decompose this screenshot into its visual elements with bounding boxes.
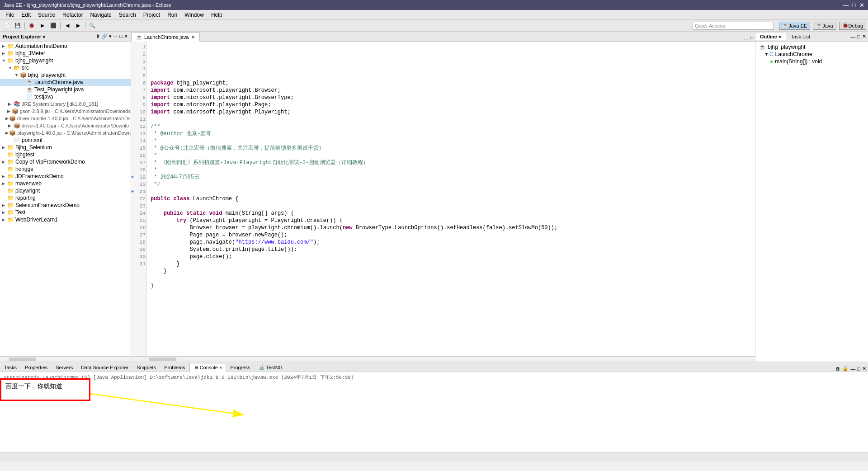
stop-button[interactable]: ⬛ <box>48 21 58 30</box>
console-scroll-lock-icon[interactable]: 🔒 <box>842 366 849 372</box>
outline-minimize-icon[interactable]: — <box>850 34 855 39</box>
tab-properties[interactable]: Properties <box>21 363 52 372</box>
link-editor-icon[interactable]: 🔗 <box>101 33 108 39</box>
quick-access-box[interactable]: Quick Access <box>693 22 774 30</box>
tab-servers[interactable]: Servers <box>52 363 77 372</box>
outline-class[interactable]: ▼ C LaunchChrome <box>757 51 866 58</box>
tree-node-icon: 📄 <box>26 94 33 100</box>
editor-minimize-icon[interactable]: — <box>743 36 748 41</box>
tree-item[interactable]: 📁hongge <box>0 165 131 173</box>
editor-area[interactable]: 123456789101112131415161718◆1920◆2122232… <box>131 42 755 356</box>
tree-item[interactable]: ☕Test_Playwright.java <box>0 86 131 93</box>
editor-horizontal-scrollbar[interactable] <box>131 356 755 362</box>
menu-source[interactable]: Source <box>34 11 59 19</box>
editor-tab-launchchrome[interactable]: ☕ LaunchChrome.java ✕ <box>131 33 200 42</box>
tree-item[interactable]: ▶📁Bjhg_Selenium <box>0 144 131 151</box>
tree-item[interactable]: ▶📁Test <box>0 209 131 216</box>
menu-refactor[interactable]: Refactor <box>59 11 86 19</box>
menu-project[interactable]: Project <box>140 11 164 19</box>
tab-snippets[interactable]: Snippets <box>132 363 160 372</box>
tree-item[interactable]: ▶📁mavenweb <box>0 180 131 187</box>
panel-menu-icon[interactable]: ▾ <box>109 33 112 39</box>
tab-problems[interactable]: Problems <box>160 363 189 372</box>
forward-button[interactable]: ▶ <box>73 21 83 30</box>
outline-project[interactable]: ☕ bjhg_playwright <box>757 43 866 51</box>
tree-item[interactable]: ▼📂src <box>0 64 131 71</box>
tree-item[interactable]: 📁playwright <box>0 187 131 194</box>
minimize-panel-icon[interactable]: — <box>113 33 118 39</box>
menu-search[interactable]: Search <box>115 11 140 19</box>
bottom-section: Tasks Properties Servers Data Source Exp… <box>0 362 868 452</box>
console-maximize-icon[interactable]: □ <box>857 366 860 372</box>
tree-item[interactable]: ▶📁Copy of VipFrameworkDemo <box>0 158 131 165</box>
outline-close-icon[interactable]: ✕ <box>862 33 866 39</box>
menu-window[interactable]: Window <box>181 11 208 19</box>
perspective-javaee[interactable]: ☕ Java EE <box>779 22 810 30</box>
console-clear-icon[interactable]: 🗑 <box>835 366 840 372</box>
code-editor[interactable]: package bjhg_playwright;import com.micro… <box>147 42 755 356</box>
run-button[interactable]: ▶ <box>38 21 47 30</box>
tree-item[interactable]: ▶📦gson-2.8.9.jar - C:\Users\Administrato… <box>0 108 131 115</box>
tree-item[interactable]: ☕LaunchChrome.java <box>0 79 131 86</box>
menu-file[interactable]: File <box>2 11 18 19</box>
maximize-button[interactable]: □ <box>852 2 856 9</box>
tab-datasource[interactable]: Data Source Explorer <box>77 363 132 372</box>
tree-item[interactable]: ▶📁AutomationTestDemo <box>0 42 131 50</box>
scroll-thumb[interactable] <box>9 358 36 361</box>
menu-run[interactable]: Run <box>164 11 181 19</box>
tab-label: LaunchChrome.java <box>144 34 189 40</box>
close-button[interactable]: ✕ <box>859 2 864 9</box>
collapse-all-icon[interactable]: ⬍ <box>96 33 100 39</box>
outline-maximize-icon[interactable]: □ <box>857 34 860 39</box>
menu-edit[interactable]: Edit <box>18 11 34 19</box>
outline-controls: — □ ✕ <box>815 33 868 39</box>
tab-close-button[interactable]: ✕ <box>191 35 195 40</box>
close-panel-icon[interactable]: ✕ <box>124 33 128 39</box>
tab-console[interactable]: 🖥Console × <box>189 363 226 372</box>
tree-node-icon: 📦 <box>14 122 20 129</box>
new-button[interactable]: 📄 <box>2 21 12 30</box>
menu-navigate[interactable]: Navigate <box>86 11 115 19</box>
tab-progress[interactable]: Progress <box>226 363 254 372</box>
tree-item[interactable]: 📁bjhgtest <box>0 151 131 158</box>
tab-tasklist[interactable]: Task List <box>786 33 815 40</box>
editor-maximize-icon[interactable]: □ <box>750 36 753 41</box>
menu-help[interactable]: Help <box>208 11 226 19</box>
code-line: } <box>151 282 751 289</box>
horizontal-scrollbar[interactable] <box>0 356 131 362</box>
tree-item[interactable]: ▶📁bjhg_JMeter <box>0 50 131 57</box>
tree-item[interactable]: ▶📁SeleniumFrameworkDemo <box>0 202 131 209</box>
line-number: 16 <box>132 152 146 159</box>
tree-item[interactable]: 📄testjava <box>0 93 131 100</box>
tree-item[interactable]: 📄pom.xml <box>0 137 131 144</box>
tree-node-icon: 📦 <box>9 130 16 136</box>
maximize-panel-icon[interactable]: □ <box>119 33 123 39</box>
save-button[interactable]: 💾 <box>13 21 23 30</box>
perspective-debug[interactable]: 🐞 Debug <box>839 22 866 30</box>
console-close-icon[interactable]: ✕ <box>862 366 866 372</box>
debug-button[interactable]: 🐞 <box>27 21 37 30</box>
tree-item[interactable]: ▶📁WebDriverLearn1 <box>0 216 131 223</box>
perspective-java[interactable]: ☕ Java <box>813 22 836 30</box>
tree-item[interactable]: ▼📁bjhg_playwright <box>0 57 131 64</box>
tab-tasks[interactable]: Tasks <box>0 363 21 372</box>
tree-node-icon: 📁 <box>7 144 14 151</box>
minimize-button[interactable]: — <box>843 2 849 9</box>
tree-item[interactable]: ▶📦playwright-1.40.0.jar - C:\Users\Admin… <box>0 129 131 137</box>
search-button[interactable]: 🔍 <box>87 21 97 30</box>
tree-item[interactable]: ▶📦driver-bundle-1.40.0.jar - C:\Users\Ad… <box>0 115 131 122</box>
tab-outline[interactable]: Outline × <box>755 33 786 40</box>
window-controls[interactable]: — □ ✕ <box>843 2 864 9</box>
tree-item[interactable]: ▼📦bjhg_playwright <box>0 71 131 79</box>
outline-method[interactable]: ● main(String[]) : void <box>757 58 866 65</box>
tree-item[interactable]: ▶📁JDFrameworkDemo <box>0 173 131 180</box>
tree-item[interactable]: ▶📚JRE System Library [jdk1.8.0_181] <box>0 100 131 108</box>
console-minimize-icon[interactable]: — <box>850 366 855 372</box>
tree-item[interactable]: ▶📦driver-1.40.0.jar - C:\Users\Administr… <box>0 122 131 129</box>
tree-item[interactable]: 📁reportng <box>0 194 131 202</box>
back-button[interactable]: ◀ <box>62 21 72 30</box>
tree-node-label: driver-bundle-1.40.0.jar - C:\Users\Admi… <box>17 116 131 121</box>
editor-scroll-thumb[interactable] <box>149 358 176 361</box>
tab-testng[interactable]: 🔬TestNG <box>255 363 287 372</box>
tree-node-label: src <box>22 65 29 71</box>
